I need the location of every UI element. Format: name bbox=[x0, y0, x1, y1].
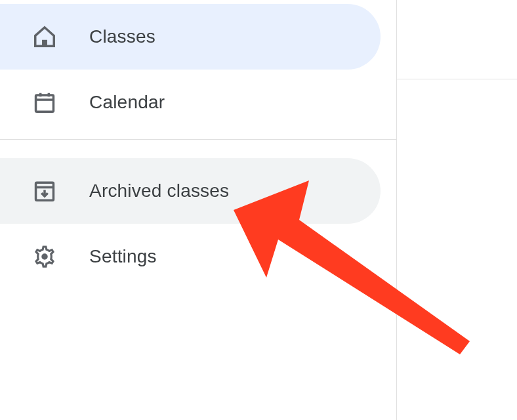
app-container: Classes Calendar bbox=[0, 0, 517, 420]
svg-rect-1 bbox=[36, 95, 54, 112]
sidebar-item-settings[interactable]: Settings bbox=[0, 224, 381, 289]
sidebar-item-label: Calendar bbox=[89, 92, 165, 113]
main-content-area bbox=[397, 0, 517, 420]
sidebar-item-label: Archived classes bbox=[89, 180, 229, 201]
svg-point-7 bbox=[41, 253, 48, 260]
gear-icon bbox=[31, 243, 58, 270]
archive-icon bbox=[31, 178, 58, 204]
home-icon bbox=[31, 24, 58, 50]
svg-rect-0 bbox=[42, 40, 47, 47]
sidebar-item-archived-classes[interactable]: Archived classes bbox=[0, 158, 381, 224]
nav-section-bottom: Archived classes Settings bbox=[0, 139, 396, 289]
sidebar-item-calendar[interactable]: Calendar bbox=[0, 70, 381, 135]
nav-section-top: Classes Calendar bbox=[0, 0, 396, 139]
sidebar: Classes Calendar bbox=[0, 0, 397, 420]
sidebar-item-label: Settings bbox=[89, 246, 157, 267]
calendar-icon bbox=[31, 89, 58, 116]
sidebar-item-label: Classes bbox=[89, 26, 155, 47]
sidebar-item-classes[interactable]: Classes bbox=[0, 4, 381, 70]
